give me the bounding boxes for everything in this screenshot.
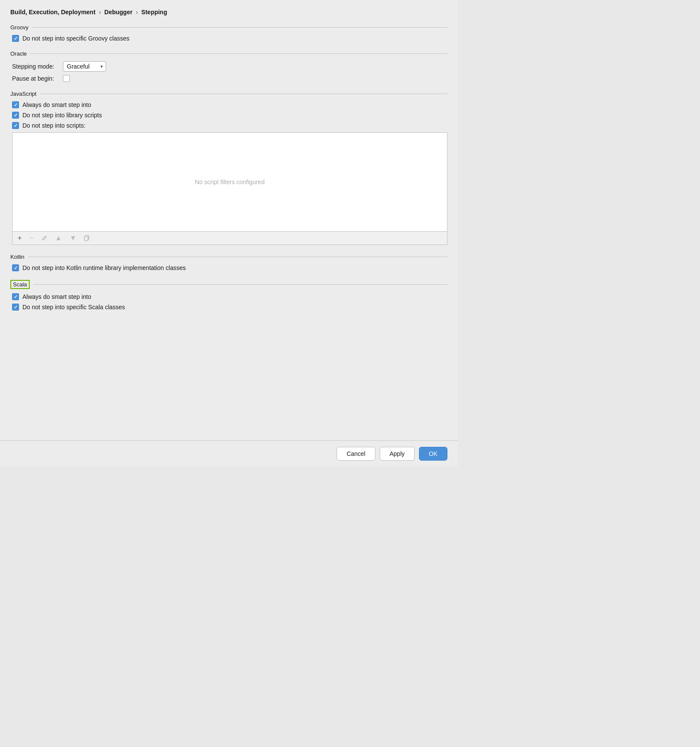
js-no-scripts-row: Do not step into scripts: (10, 122, 447, 129)
kotlin-no-step-label: Do not step into Kotlin runtime library … (22, 264, 186, 271)
add-filter-button[interactable]: + (16, 233, 23, 243)
pause-at-begin-row: Pause at begin: (10, 75, 447, 82)
content-area: Build, Execution, Deployment › Debugger … (0, 0, 458, 440)
scala-section-line (33, 284, 447, 285)
remove-filter-button[interactable]: − (28, 233, 35, 243)
stepping-mode-row: Stepping mode: Graceful ▾ (10, 61, 447, 72)
breadcrumb-separator-1: › (99, 9, 103, 16)
move-down-button[interactable]: ▼ (68, 233, 78, 243)
breadcrumb: Build, Execution, Deployment › Debugger … (10, 9, 447, 16)
breadcrumb-separator-2: › (136, 9, 140, 16)
ok-button[interactable]: OK (419, 447, 447, 461)
stepping-mode-value: Graceful (67, 63, 98, 70)
javascript-section-header: JavaScript (10, 91, 447, 97)
script-list-empty-text: No script filters configured (195, 179, 265, 185)
javascript-section-line (40, 94, 447, 94)
groovy-section-line (32, 27, 447, 28)
stepping-mode-label: Stepping mode: (12, 63, 59, 70)
js-no-library-label: Do not step into library scripts (22, 112, 102, 119)
breadcrumb-part-3: Stepping (141, 9, 167, 16)
kotlin-section-header: Kotlin (10, 254, 447, 260)
settings-dialog: Build, Execution, Deployment › Debugger … (0, 0, 458, 467)
kotlin-section-line (28, 257, 447, 257)
scala-section: Scala Always do smart step into Do not s… (10, 280, 447, 311)
scala-smart-step-row: Always do smart step into (10, 293, 447, 300)
cancel-button[interactable]: Cancel (337, 447, 375, 461)
kotlin-no-step-row: Do not step into Kotlin runtime library … (10, 264, 447, 271)
pause-at-begin-checkbox[interactable] (63, 75, 70, 82)
js-no-library-checkbox[interactable] (12, 112, 19, 119)
js-smart-step-row: Always do smart step into (10, 101, 447, 108)
edit-filter-button[interactable] (40, 234, 49, 242)
svg-rect-1 (84, 236, 88, 241)
kotlin-section: Kotlin Do not step into Kotlin runtime l… (10, 254, 447, 271)
chevron-down-icon: ▾ (100, 64, 103, 69)
kotlin-section-title: Kotlin (10, 254, 25, 260)
dialog-footer: Cancel Apply OK (0, 440, 458, 467)
groovy-section-header: Groovy (10, 24, 447, 31)
apply-button[interactable]: Apply (380, 447, 415, 461)
groovy-no-step-label: Do not step into specific Groovy classes (22, 35, 129, 42)
groovy-checkbox-row: Do not step into specific Groovy classes (10, 35, 447, 42)
groovy-section-title: Groovy (10, 24, 28, 31)
js-smart-step-label: Always do smart step into (22, 101, 91, 108)
script-list-toolbar: + − ▲ ▼ (12, 232, 447, 245)
scala-no-step-label: Do not step into specific Scala classes (22, 304, 125, 311)
scala-no-step-checkbox[interactable] (12, 304, 19, 311)
stepping-mode-select[interactable]: Graceful ▾ (63, 61, 106, 72)
pause-at-begin-label: Pause at begin: (12, 75, 59, 82)
oracle-section-line (30, 53, 447, 54)
scala-smart-step-checkbox[interactable] (12, 293, 19, 300)
breadcrumb-part-1: Build, Execution, Deployment (10, 9, 96, 16)
scala-no-step-row: Do not step into specific Scala classes (10, 304, 447, 311)
groovy-no-step-checkbox[interactable] (12, 35, 19, 42)
js-no-scripts-label: Do not step into scripts: (22, 122, 85, 129)
js-smart-step-checkbox[interactable] (12, 101, 19, 108)
kotlin-no-step-checkbox[interactable] (12, 264, 19, 271)
js-no-scripts-checkbox[interactable] (12, 122, 19, 129)
script-list: No script filters configured (12, 132, 447, 232)
javascript-section-title: JavaScript (10, 91, 37, 97)
oracle-section: Oracle Stepping mode: Graceful ▾ Pause a… (10, 50, 447, 82)
javascript-section: JavaScript Always do smart step into Do … (10, 91, 447, 245)
scala-section-title: Scala (10, 280, 30, 289)
move-up-button[interactable]: ▲ (53, 233, 64, 243)
js-no-library-row: Do not step into library scripts (10, 112, 447, 119)
scala-section-header: Scala (10, 280, 447, 289)
scala-smart-step-label: Always do smart step into (22, 293, 91, 300)
copy-filter-button[interactable] (82, 234, 92, 242)
oracle-section-title: Oracle (10, 50, 27, 57)
breadcrumb-part-2: Debugger (104, 9, 132, 16)
groovy-section: Groovy Do not step into specific Groovy … (10, 24, 447, 42)
oracle-section-header: Oracle (10, 50, 447, 57)
